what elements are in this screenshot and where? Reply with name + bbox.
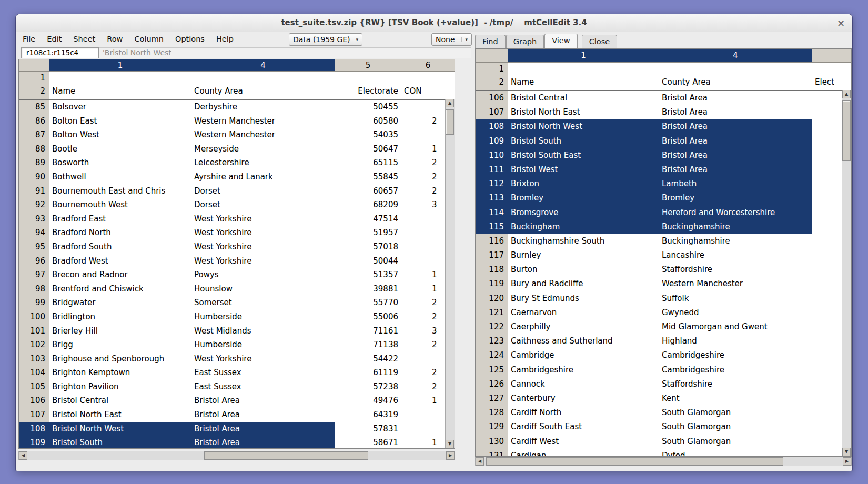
left-horizontal-scrollbar[interactable]: ◀ ▶ (18, 451, 455, 460)
scroll-right-icon[interactable]: ▶ (446, 451, 455, 460)
cell-county[interactable]: South Glamorgan (659, 435, 812, 449)
cell-county[interactable]: Lancashire (659, 248, 812, 263)
row-header[interactable]: 87 (19, 128, 49, 142)
cell-con[interactable] (401, 212, 445, 226)
cell-name[interactable]: Bury and Radcliffe (508, 277, 659, 291)
cell-name[interactable]: Burton (508, 263, 659, 277)
row-header[interactable]: 1 (19, 72, 49, 85)
row-header[interactable]: 93 (19, 212, 49, 226)
row-header[interactable]: 114 (476, 206, 508, 220)
cell-con[interactable] (401, 408, 445, 422)
cell-name[interactable]: Bristol North West (508, 119, 659, 134)
row-header[interactable]: 86 (19, 114, 49, 128)
row-header[interactable]: 125 (476, 363, 508, 377)
cell-county[interactable]: Bristol Area (659, 119, 812, 134)
cell-con[interactable]: 1 (401, 268, 445, 282)
tab-find[interactable]: Find (475, 35, 506, 48)
cell-county[interactable]: South Glamorgan (659, 406, 812, 420)
scrollbar-thumb[interactable] (842, 100, 851, 161)
cell-electorate[interactable]: 58671 (335, 436, 401, 448)
cell-electorate[interactable] (812, 420, 842, 434)
cell-electorate[interactable]: 49476 (335, 394, 401, 408)
cell-name[interactable]: Bournemouth West (49, 198, 191, 212)
cell-electorate[interactable] (812, 119, 842, 134)
cell-electorate[interactable] (812, 263, 842, 277)
cell-con[interactable]: 1 (401, 436, 445, 448)
cell-county[interactable]: West Yorkshire (191, 240, 335, 254)
cell-name[interactable]: Bristol North East (508, 105, 659, 119)
cell-electorate[interactable] (812, 148, 842, 163)
cell-con[interactable] (401, 254, 445, 268)
cell-electorate[interactable] (812, 134, 842, 148)
row-header[interactable]: 112 (476, 177, 508, 191)
cell-con[interactable]: 2 (401, 380, 445, 394)
row-header[interactable]: 98 (19, 282, 49, 296)
cell-name[interactable]: Bristol West (508, 163, 659, 177)
scroll-left-icon[interactable]: ◀ (19, 451, 27, 460)
cell-electorate[interactable]: 54422 (335, 352, 401, 366)
cell-con[interactable]: 2 (401, 156, 445, 170)
cell-name[interactable]: Cardigan (508, 449, 659, 456)
cell-con[interactable] (401, 226, 445, 240)
cell-name[interactable]: Brecon and Radnor (49, 268, 191, 282)
tab-graph[interactable]: Graph (506, 35, 544, 48)
row-header[interactable]: 91 (19, 184, 49, 198)
cell-name[interactable]: Bolton West (49, 128, 191, 142)
cell-con[interactable]: 3 (401, 324, 445, 338)
row-header[interactable]: 105 (19, 380, 49, 394)
right-vertical-scrollbar[interactable]: ▲ ▼ (842, 90, 851, 456)
cell-name[interactable]: Brighton Pavilion (49, 380, 191, 394)
menu-edit[interactable]: Edit (41, 32, 67, 47)
cell-con[interactable]: 3 (401, 198, 445, 212)
cell-county[interactable]: West Yorkshire (191, 226, 335, 240)
cell-county[interactable]: Cambridgeshire (659, 363, 812, 377)
cell-name[interactable]: Brentford and Chiswick (49, 282, 191, 296)
row-header[interactable]: 90 (19, 170, 49, 184)
cell-name[interactable]: Caerphilly (508, 320, 659, 334)
row-header[interactable]: 124 (476, 348, 508, 362)
row-header[interactable]: 102 (19, 338, 49, 352)
cell-county[interactable]: Leicestershire (191, 156, 335, 170)
cell-con[interactable]: 2 (401, 170, 445, 184)
cell-electorate[interactable] (812, 177, 842, 191)
row-header[interactable]: 1 (476, 63, 508, 76)
row-header[interactable]: 101 (19, 324, 49, 338)
menu-column[interactable]: Column (128, 32, 169, 47)
col-header[interactable]: 6 (401, 59, 455, 72)
col-header[interactable]: 5 (335, 59, 401, 72)
close-icon[interactable]: × (837, 14, 845, 32)
cell-name[interactable]: Bolsover (49, 100, 191, 114)
row-header[interactable]: 89 (19, 156, 49, 170)
cell-electorate[interactable]: 65115 (335, 156, 401, 170)
cell-county[interactable]: Bromley (659, 191, 812, 205)
row-header[interactable]: 103 (19, 352, 49, 366)
cell-name[interactable]: Bradford East (49, 212, 191, 226)
cell-con[interactable]: 2 (401, 366, 445, 380)
row-header[interactable]: 119 (476, 277, 508, 291)
cell-con[interactable]: 1 (401, 282, 445, 296)
cell-con[interactable] (401, 422, 445, 436)
cell-name[interactable]: Cardiff West (508, 435, 659, 449)
row-header[interactable]: 122 (476, 320, 508, 334)
cell-county[interactable]: Western Manchester (659, 277, 812, 291)
cell-name[interactable]: Cannock (508, 377, 659, 391)
row-header[interactable]: 107 (476, 105, 508, 119)
cell-electorate[interactable]: 51357 (335, 268, 401, 282)
cell-electorate[interactable]: 47514 (335, 212, 401, 226)
cell-name[interactable]: Bootle (49, 142, 191, 156)
menu-sheet[interactable]: Sheet (67, 32, 101, 47)
cell-name[interactable]: Name (508, 76, 659, 90)
scroll-up-icon[interactable]: ▲ (446, 99, 454, 107)
cell-name[interactable]: Bolton East (49, 114, 191, 128)
cell-electorate[interactable]: 61119 (335, 366, 401, 380)
scrollbar-thumb[interactable] (486, 457, 783, 466)
cell-name[interactable]: Bromley (508, 191, 659, 205)
cell-electorate[interactable] (812, 406, 842, 420)
cell-name[interactable]: Brigg (49, 338, 191, 352)
tab-close[interactable]: Close (582, 35, 618, 48)
row-header[interactable]: 95 (19, 240, 49, 254)
cell-county[interactable]: West Yorkshire (191, 254, 335, 268)
cell-name[interactable]: Bradford South (49, 240, 191, 254)
col-header[interactable]: 4 (659, 49, 812, 63)
cell-county[interactable]: Buckinghamshire (659, 220, 812, 234)
